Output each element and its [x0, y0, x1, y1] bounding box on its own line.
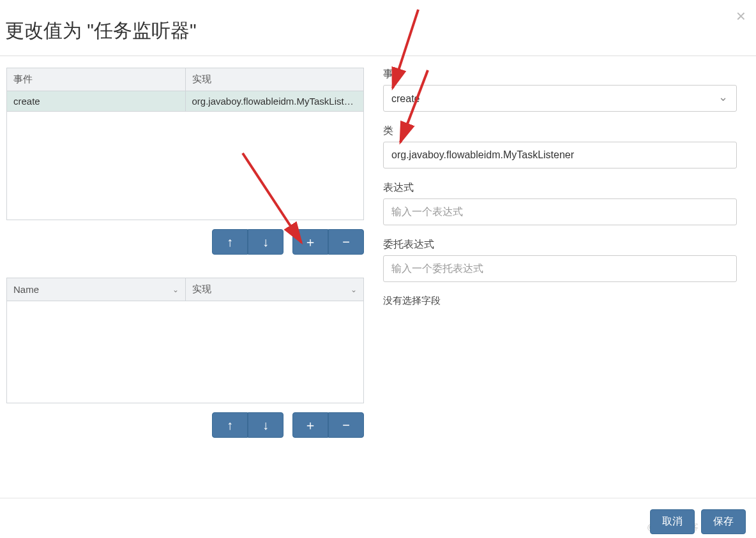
- col-header-name[interactable]: Name⌄: [7, 278, 186, 301]
- close-button[interactable]: ×: [736, 8, 746, 24]
- modal-header: 更改值为 "任务监听器" ×: [0, 0, 756, 56]
- arrow-up-icon: ↑: [227, 235, 233, 250]
- modal-footer: 取消 保存: [650, 509, 746, 534]
- fields-table: Name⌄ 实现⌄: [6, 278, 364, 301]
- arrow-up-icon: ↑: [227, 418, 233, 433]
- class-input[interactable]: [383, 142, 737, 168]
- chevron-down-icon: ⌄: [351, 285, 357, 294]
- event-select[interactable]: create: [383, 85, 737, 112]
- col-header-impl[interactable]: 实现: [185, 68, 364, 91]
- add-button[interactable]: ＋: [292, 229, 328, 255]
- delegate-label: 委托表达式: [383, 238, 737, 251]
- modal-title: 更改值为 "任务监听器": [5, 18, 751, 44]
- arrow-down-icon: ↓: [262, 418, 269, 433]
- field-remove-button[interactable]: −: [328, 412, 364, 438]
- field-move-up-button[interactable]: ↑: [212, 412, 248, 438]
- listeners-table-body-spacer: [6, 112, 364, 220]
- chevron-down-icon: ⌄: [172, 285, 179, 294]
- cancel-button[interactable]: 取消: [650, 509, 695, 534]
- save-button[interactable]: 保存: [701, 509, 746, 534]
- event-label: 事件: [383, 68, 737, 81]
- cell-event: create: [7, 91, 186, 112]
- fields-table-body-spacer: [6, 301, 364, 403]
- table-row[interactable]: create org.javaboy.flowableidm.MyTaskLis…: [7, 91, 364, 112]
- listeners-table: 事件 实现 create org.javaboy.flowableidm.MyT…: [6, 68, 364, 112]
- field-add-button[interactable]: ＋: [292, 412, 328, 438]
- remove-button[interactable]: −: [328, 229, 364, 255]
- delegate-input[interactable]: [383, 255, 737, 282]
- no-field-selected-text: 没有选择字段: [383, 295, 737, 307]
- plus-icon: ＋: [304, 417, 317, 434]
- cell-impl: org.javaboy.flowableidm.MyTaskListe...: [185, 91, 364, 112]
- expression-input[interactable]: [383, 198, 737, 225]
- col-header-event[interactable]: 事件: [7, 68, 186, 91]
- move-up-button[interactable]: ↑: [212, 229, 248, 255]
- footer-separator: [0, 498, 756, 498]
- class-label: 类: [383, 124, 737, 138]
- field-move-down-button[interactable]: ↓: [248, 412, 284, 438]
- col-header-impl2[interactable]: 实现⌄: [185, 278, 364, 301]
- move-down-button[interactable]: ↓: [248, 229, 284, 255]
- expression-label: 表达式: [383, 181, 737, 195]
- arrow-down-icon: ↓: [262, 235, 269, 250]
- plus-icon: ＋: [304, 234, 317, 251]
- minus-icon: −: [342, 235, 350, 250]
- minus-icon: −: [342, 418, 350, 433]
